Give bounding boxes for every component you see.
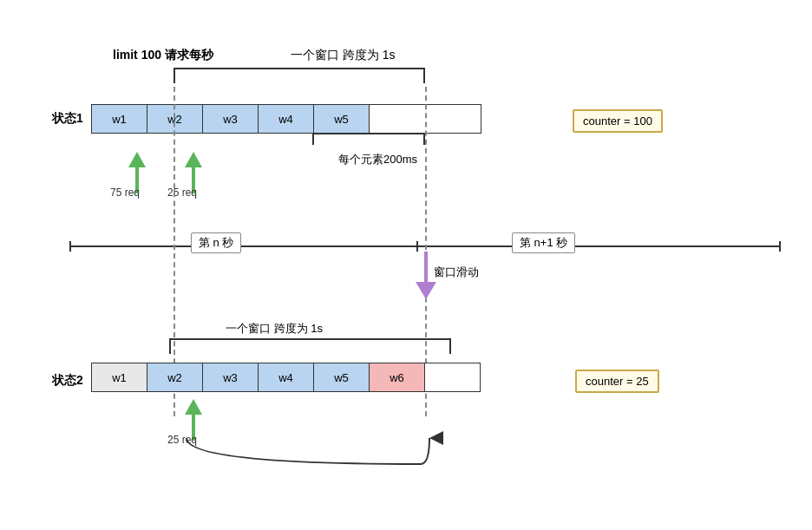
top-brace [174,68,425,83]
arrow-head-2 [185,152,202,167]
cell2-w4: w4 [258,363,314,392]
elem-interval-label: 每个元素200ms [338,152,417,167]
cell2-empty [424,363,481,392]
cells-row1: w1 w2 w3 w4 w5 [91,104,481,134]
cell-w3: w3 [202,104,259,134]
arrow-head-1 [128,152,146,167]
counter-badge-2: counter = 25 [575,370,659,393]
window-text: 一个窗口 跨度为 1s [291,48,396,63]
state2-label: 状态2 [52,373,83,389]
limit-text: limit 100 请求每秒 [113,48,213,63]
bottom-brace [169,338,451,354]
cell-w5: w5 [313,104,370,134]
slide-arrow-head [416,282,436,299]
cell2-w6: w6 [369,363,425,392]
timeline-n1-label: 第 n+1 秒 [512,232,575,253]
tick-center [416,241,418,252]
req1-label: 75 req [110,186,140,199]
cell2-w1: w1 [91,363,147,392]
cell-w4: w4 [258,104,314,134]
curved-arrow-svg [134,395,464,481]
bottom-window-label: 一个窗口 跨度为 1s [226,321,323,337]
slide-label: 窗口滑动 [434,265,479,280]
cells-row2: w1 w2 w3 w4 w5 w6 [91,363,480,392]
state1-label: 状态1 [52,111,83,127]
tick-right [779,241,781,252]
counter-badge-1: counter = 100 [573,109,663,133]
diagram: limit 100 请求每秒 一个窗口 跨度为 1s 状态1 w1 w2 w3 … [0,0,812,530]
cell-w1: w1 [91,104,147,134]
timeline-n-label: 第 n 秒 [191,232,241,253]
tick-left [69,241,71,252]
slide-arrow-shaft [424,252,428,282]
req2-label: 25 req [167,186,197,199]
cell2-w5: w5 [313,363,370,392]
cell2-w3: w3 [202,363,259,392]
cell2-w2: w2 [147,363,203,392]
elem-brace [312,133,425,145]
